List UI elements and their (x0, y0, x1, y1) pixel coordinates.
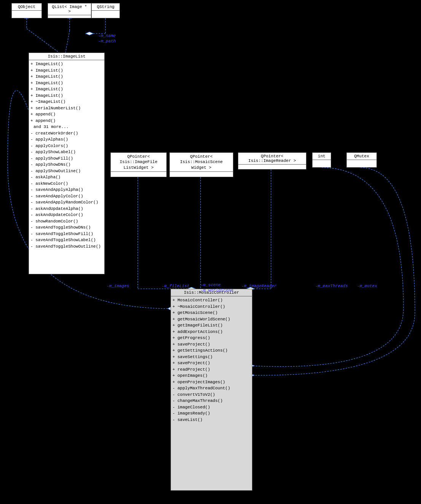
qobject-box: QObject (11, 3, 42, 18)
label-m-mutex: -m_mutex (357, 284, 377, 288)
qlist-image-title: QList< Image * > (48, 3, 91, 15)
qmutex-box: QMutex (346, 152, 377, 168)
label-m-scene: -m_scene (201, 283, 221, 287)
qstring-box: QString (91, 3, 120, 18)
qpointer-filelistwidget-title: QPointer< Isis::ImageFile ListWidget > (111, 153, 166, 172)
isis-mosaiccontroller-box: Isis::MosaicController + MosaicControlle… (171, 289, 252, 491)
isis-imagelist-title: Isis::ImageList (29, 53, 104, 60)
int-title: int (313, 153, 331, 160)
isis-imagelist-members: + ImageList() + ImageList() + ImageList(… (29, 60, 104, 250)
svg-marker-12 (86, 32, 93, 35)
label-m-worldscene: -m_worldScene (201, 288, 233, 293)
qpointer-filelistwidget-box: QPointer< Isis::ImageFile ListWidget > (110, 152, 167, 177)
qobject-title: QObject (12, 3, 41, 11)
qpointer-mosaicscenewidget-box: QPointer< Isis::MosaicScene Widget > (169, 152, 233, 177)
qstring-title: QString (92, 3, 120, 11)
diagram-container: QObject QList< Image * > QString Isis::I… (0, 0, 421, 504)
label-m-filelist: -m_fileList (162, 284, 190, 288)
qmutex-title: QMutex (347, 153, 376, 160)
svg-line-8 (65, 30, 70, 53)
qpointer-mosaicscenewidget-title: QPointer< Isis::MosaicScene Widget > (170, 153, 233, 172)
svg-line-5 (27, 29, 59, 53)
label-m-name: -m_name (98, 34, 116, 38)
qpointer-imagereader-box: QPointer< Isis::ImageReader > (238, 152, 306, 170)
label-m-imagereader: -m_imageReader (241, 284, 276, 288)
label-m-path: -m_path (98, 39, 116, 43)
qlist-image-box: QList< Image * > (48, 3, 91, 18)
label-m-maxthreads: -m_maxThreads (315, 284, 348, 288)
label-m-images: -m_images (107, 284, 129, 288)
qpointer-imagereader-title: QPointer< Isis::ImageReader > (238, 153, 306, 165)
isis-mosaiccontroller-members: + MosaicController() + ~MosaicController… (171, 296, 252, 424)
int-box: int (312, 152, 331, 168)
isis-imagelist-box: Isis::ImageList + ImageList() + ImageLis… (29, 53, 105, 274)
